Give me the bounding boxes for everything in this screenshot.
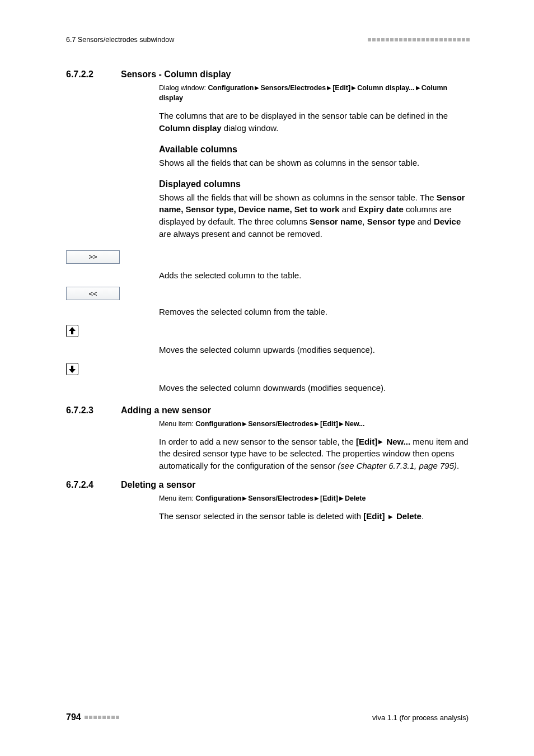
triangle-icon: ▶ (254, 85, 260, 91)
page-number: 794 (66, 712, 81, 722)
text: and (415, 217, 434, 226)
text: Shows all the fields that will be shown … (159, 193, 437, 202)
delete-sensor-paragraph: The sensor selected in the sensor table … (159, 510, 470, 522)
text: , (362, 217, 367, 226)
triangle-icon: ▶ (338, 495, 345, 501)
section-6-7-2-3-heading: 6.7.2.3 Adding a new sensor (66, 405, 470, 416)
path-part: [Edit] (320, 494, 338, 502)
button-image-cell: >> (66, 250, 121, 264)
text: In order to add a new sensor to the sens… (159, 437, 356, 446)
path-part: Configuration (195, 420, 241, 428)
triangle-icon: ▶ (338, 421, 345, 427)
section-title: Deleting a sensor (121, 480, 195, 490)
available-columns-text: Shows all the fields that can be shown a… (159, 157, 470, 169)
text: . (457, 461, 459, 470)
button-image-cell (66, 325, 121, 337)
add-column-row: >> Adds the selected column to the table… (66, 250, 470, 282)
text: . (421, 511, 424, 521)
footer-decorative-squares (85, 716, 119, 719)
path-prefix: Menu item: (159, 420, 195, 428)
move-up-row: Moves the selected column upwards (modif… (66, 325, 470, 356)
arrow-down-icon (69, 365, 76, 373)
remove-column-row: << Removes the selected column from the … (66, 287, 470, 318)
section-number: 6.7.2.2 (66, 69, 121, 80)
path-part: New... (345, 420, 365, 428)
move-down-description: Moves the selected column downwards (mod… (159, 363, 470, 394)
arrow-up-icon (69, 327, 76, 335)
text-bold: Sensor name (310, 217, 362, 226)
text: are always present and cannot be removed… (159, 229, 322, 239)
text-bold: Device (434, 217, 461, 226)
page: 6.7 Sensors/electrodes subwindow 6.7.2.2… (0, 0, 534, 756)
dialog-path: Dialog window: Configuration▶Sensors/Ele… (159, 83, 470, 103)
triangle-icon: ▶ (313, 495, 320, 501)
menu-path: Menu item: Configuration▶Sensors/Electro… (159, 419, 470, 429)
button-image-cell: << (66, 287, 121, 300)
path-prefix: Menu item: (159, 494, 195, 502)
text-bold: Sensor type (367, 217, 415, 226)
available-columns-heading: Available columns (159, 144, 470, 155)
add-column-button[interactable]: >> (66, 250, 120, 264)
text: The sensor selected in the sensor table … (159, 511, 363, 521)
text: dialog window. (222, 123, 279, 133)
footer-left: 794 (66, 712, 119, 722)
text-bold: New... (386, 437, 410, 446)
triangle-icon: ▶ (415, 85, 421, 91)
path-part: Sensors/Electrodes (260, 84, 326, 92)
triangle-icon: ▶ (377, 438, 384, 445)
remove-column-description: Removes the selected column from the tab… (159, 287, 470, 318)
path-part: Sensors/Electrodes (248, 494, 313, 502)
path-part: Delete (345, 494, 366, 502)
content: 6.7.2.2 Sensors - Column display Dialog … (66, 69, 470, 522)
page-header: 6.7 Sensors/electrodes subwindow (66, 36, 470, 44)
triangle-icon: ▶ (241, 421, 248, 427)
section-title: Adding a new sensor (121, 405, 211, 416)
move-down-button[interactable] (66, 363, 78, 375)
path-part: Configuration (195, 494, 241, 502)
triangle-icon: ▶ (241, 495, 248, 501)
section-title: Sensors - Column display (121, 69, 231, 80)
section-6-7-2-4-heading: 6.7.2.4 Deleting a sensor (66, 480, 470, 490)
section-6-7-2-2-body: Dialog window: Configuration▶Sensors/Ele… (159, 83, 470, 240)
text-bold: [Edit] (363, 511, 385, 521)
triangle-icon: ▶ (387, 514, 394, 520)
path-part: Column display... (357, 84, 415, 92)
intro-paragraph: The columns that are to be displayed in … (159, 110, 470, 134)
header-left-text: 6.7 Sensors/electrodes subwindow (66, 36, 174, 44)
move-down-row: Moves the selected column downwards (mod… (66, 363, 470, 394)
triangle-icon: ▶ (350, 85, 357, 91)
text-bold: Expiry date (358, 204, 404, 214)
section-6-7-2-3-body: Menu item: Configuration▶Sensors/Electro… (159, 419, 470, 472)
path-part: [Edit] (332, 84, 350, 92)
add-column-description: Adds the selected column to the table. (159, 250, 470, 282)
text-italic: (see Chapter 6.7.3.1, page 795) (338, 461, 457, 470)
section-6-7-2-2-heading: 6.7.2.2 Sensors - Column display (66, 69, 470, 80)
path-prefix: Dialog window: (159, 84, 208, 92)
move-up-button[interactable] (66, 325, 78, 337)
triangle-icon: ▶ (313, 421, 320, 427)
text-bold: Column display (159, 123, 222, 133)
add-sensor-paragraph: In order to add a new sensor to the sens… (159, 436, 470, 472)
text-bold: Delete (396, 511, 421, 521)
path-part: Sensors/Electrodes (248, 420, 313, 428)
section-number: 6.7.2.4 (66, 480, 121, 490)
button-image-cell (66, 363, 121, 375)
section-number: 6.7.2.3 (66, 405, 121, 416)
displayed-columns-text: Shows all the fields that will be shown … (159, 192, 470, 240)
remove-column-button[interactable]: << (66, 287, 120, 300)
header-decorative-squares (368, 38, 470, 41)
path-part: [Edit] (320, 420, 338, 428)
text: and (340, 204, 358, 214)
displayed-columns-heading: Displayed columns (159, 179, 470, 189)
text-bold: [Edit] (356, 437, 377, 446)
section-6-7-2-4-body: Menu item: Configuration▶Sensors/Electro… (159, 493, 470, 522)
move-up-description: Moves the selected column upwards (modif… (159, 325, 470, 356)
triangle-icon: ▶ (326, 85, 332, 91)
text: The columns that are to be displayed in … (159, 111, 448, 120)
menu-path: Menu item: Configuration▶Sensors/Electro… (159, 493, 470, 503)
page-footer: 794 viva 1.1 (for process analysis) (66, 712, 469, 722)
path-part: Configuration (208, 84, 254, 92)
footer-right-text: viva 1.1 (for process analysis) (372, 713, 469, 722)
